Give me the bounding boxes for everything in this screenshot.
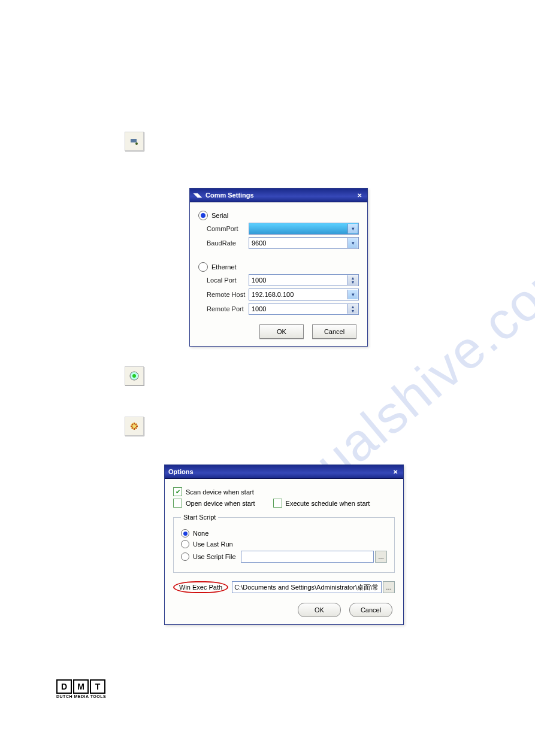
serial-radio[interactable] <box>198 211 208 220</box>
ok-button[interactable]: OK <box>259 324 304 339</box>
winexec-label: Win Exec Path <box>179 584 222 591</box>
chevron-down-icon[interactable]: ▾ <box>347 224 358 233</box>
none-radio[interactable] <box>181 529 189 538</box>
ethernet-radio[interactable] <box>198 262 208 272</box>
baudrate-combo[interactable]: 9600 ▾ <box>249 237 359 249</box>
connect-led-icon <box>125 366 144 385</box>
comm-settings-dialog: ◥◣ Comm Settings ✕ Serial CommPort ▾ Bau… <box>189 188 368 347</box>
commport-combo[interactable]: ▾ <box>249 223 359 235</box>
execsched-checkbox[interactable] <box>273 499 282 508</box>
scriptfile-radio[interactable] <box>181 552 189 561</box>
winexec-browse-button[interactable]: … <box>383 581 395 593</box>
comm-titlebar: ◥◣ Comm Settings ✕ <box>190 189 367 202</box>
commport-label: CommPort <box>207 225 249 232</box>
ok-button[interactable]: OK <box>298 603 341 617</box>
chevron-down-icon[interactable]: ▾ <box>347 238 358 248</box>
cancel-button[interactable]: Cancel <box>312 324 356 339</box>
svg-rect-0 <box>131 139 137 142</box>
start-script-group: Start Script None Use Last Run Use Scrip… <box>173 514 395 573</box>
remoteport-label: Remote Port <box>207 305 249 312</box>
localport-label: Local Port <box>207 277 249 284</box>
options-gear-icon <box>125 417 144 436</box>
logo-letter: T <box>90 679 105 694</box>
remotehost-value: 192.168.0.100 <box>252 291 294 298</box>
scriptfile-input[interactable] <box>241 551 374 563</box>
scan-checkbox[interactable]: ✔ <box>173 487 182 496</box>
localport-input[interactable]: 1000 ▲▼ <box>249 274 359 286</box>
spin-buttons[interactable]: ▲▼ <box>347 304 358 314</box>
logo-subtitle: DUTCH MEDIA TOOLS <box>56 694 106 699</box>
logo-letter: D <box>56 679 72 694</box>
close-icon[interactable]: ✕ <box>391 467 400 476</box>
chevron-down-icon[interactable]: ▾ <box>347 290 358 299</box>
remoteport-value: 1000 <box>252 305 266 312</box>
execsched-label: Execute schedule when start <box>286 500 370 507</box>
open-checkbox[interactable] <box>173 499 182 508</box>
winexec-value: C:\Documents and Settings\Administrator\… <box>234 583 379 592</box>
close-icon[interactable]: ✕ <box>355 191 364 199</box>
scriptfile-label: Use Script File <box>193 553 241 560</box>
none-label: None <box>193 530 208 537</box>
start-script-legend: Start Script <box>181 514 218 521</box>
logo-letter: M <box>73 679 89 694</box>
baudrate-value: 9600 <box>252 239 266 247</box>
remotehost-combo[interactable]: 192.168.0.100 ▾ <box>249 289 359 300</box>
comm-settings-icon <box>125 132 144 151</box>
options-dialog: Options ✕ ✔ Scan device when start Open … <box>164 464 404 625</box>
lastrun-label: Use Last Run <box>193 541 233 548</box>
svg-point-1 <box>135 142 138 145</box>
spin-buttons[interactable]: ▲▼ <box>347 275 358 285</box>
remoteport-input[interactable]: 1000 ▲▼ <box>249 303 359 315</box>
options-titlebar: Options ✕ <box>165 465 403 479</box>
baudrate-label: BaudRate <box>207 239 249 247</box>
options-title: Options <box>168 468 194 475</box>
winexec-input[interactable]: C:\Documents and Settings\Administrator\… <box>232 581 382 593</box>
remotehost-label: Remote Host <box>207 291 249 298</box>
lastrun-radio[interactable] <box>181 540 189 548</box>
cancel-button[interactable]: Cancel <box>349 603 392 617</box>
browse-button[interactable]: … <box>375 551 387 563</box>
dmt-logo: D M T DUTCH MEDIA TOOLS <box>56 679 106 699</box>
ethernet-radio-label: Ethernet <box>211 263 237 271</box>
titlebar-icon: ◥◣ <box>194 192 202 198</box>
winexec-highlight: Win Exec Path <box>173 581 228 593</box>
svg-point-3 <box>132 374 136 378</box>
open-label: Open device when start <box>186 500 255 507</box>
comm-title: Comm Settings <box>205 192 254 199</box>
localport-value: 1000 <box>252 277 266 284</box>
scan-label: Scan device when start <box>186 488 254 496</box>
serial-radio-label: Serial <box>211 212 228 219</box>
